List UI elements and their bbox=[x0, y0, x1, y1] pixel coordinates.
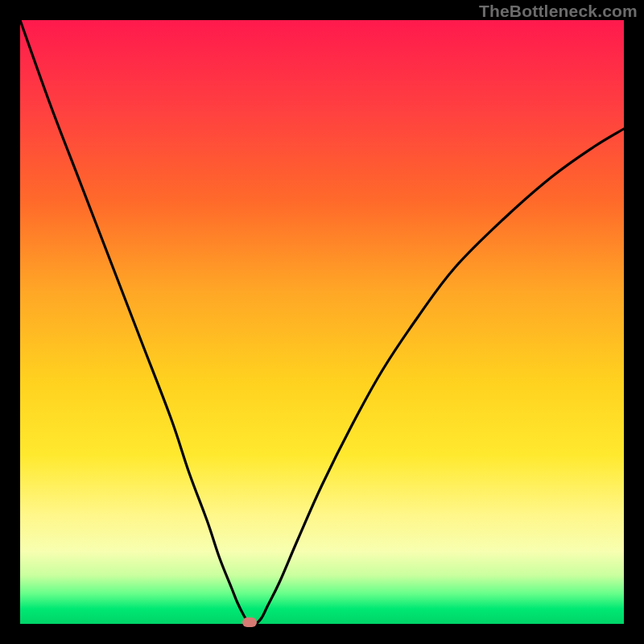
bottleneck-curve bbox=[20, 20, 624, 624]
plot-area bbox=[20, 20, 624, 624]
watermark-text: TheBottleneck.com bbox=[479, 2, 638, 21]
chart-frame: TheBottleneck.com bbox=[0, 0, 644, 644]
optimal-point-marker bbox=[242, 617, 257, 627]
